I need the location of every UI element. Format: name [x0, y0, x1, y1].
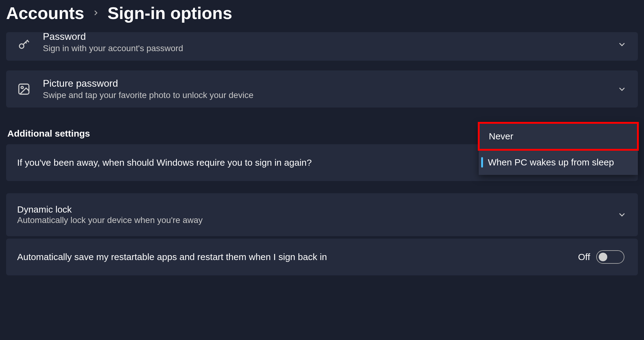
breadcrumb-parent[interactable]: Accounts [6, 3, 84, 23]
chevron-down-icon [617, 40, 627, 49]
chevron-down-icon [617, 210, 627, 220]
setting-group: Dynamic lock Automatically lock your dev… [17, 204, 203, 225]
picture-password-card[interactable]: Picture password Swipe and tap your favo… [6, 70, 638, 108]
setting-description: Automatically lock your device when you'… [17, 215, 203, 225]
require-signin-row[interactable]: If you've been away, when should Windows… [6, 144, 638, 181]
card-text: Password Sign in with your account's pas… [43, 35, 605, 53]
page-title: Sign-in options [107, 3, 232, 23]
require-signin-dropdown[interactable]: Never When PC wakes up from sleep [479, 123, 638, 175]
toggle-knob [599, 253, 607, 261]
card-text: Picture password Swipe and tap your favo… [43, 78, 605, 100]
toggle-state-label: Off [578, 252, 590, 262]
card-description: Sign in with your account's password [43, 43, 605, 53]
dropdown-option-wake[interactable]: When PC wakes up from sleep [479, 150, 638, 175]
chevron-right-icon [92, 6, 100, 20]
dynamic-lock-row[interactable]: Dynamic lock Automatically lock your dev… [6, 193, 638, 236]
restart-apps-row: Automatically save my restartable apps a… [6, 239, 638, 275]
restart-apps-toggle[interactable] [596, 250, 624, 264]
setting-title: Dynamic lock [17, 204, 203, 215]
dropdown-option-never[interactable]: Never [478, 122, 639, 151]
chevron-down-icon [617, 84, 627, 94]
setting-label: Automatically save my restartable apps a… [17, 252, 578, 262]
password-option-card[interactable]: Password Sign in with your account's pas… [6, 32, 638, 61]
breadcrumb: Accounts Sign-in options [6, 0, 638, 32]
svg-point-0 [19, 44, 24, 48]
key-icon [17, 38, 31, 51]
card-title: Password [43, 31, 605, 42]
card-description: Swipe and tap your favorite photo to unl… [43, 90, 605, 100]
card-title: Picture password [43, 78, 605, 89]
svg-point-2 [21, 86, 23, 88]
picture-icon [17, 82, 31, 96]
